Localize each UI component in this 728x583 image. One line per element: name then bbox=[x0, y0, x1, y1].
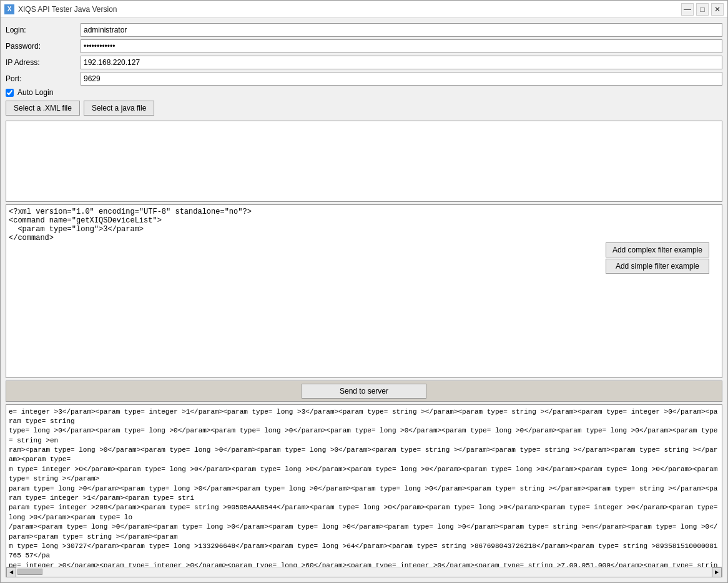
minimize-button[interactable]: — bbox=[681, 3, 694, 16]
ip-label: IP Adress: bbox=[6, 58, 81, 67]
close-button[interactable]: ✕ bbox=[711, 3, 724, 16]
upper-text-content[interactable] bbox=[6, 121, 722, 201]
select-java-button[interactable]: Select a java file bbox=[84, 101, 154, 116]
password-label: Password: bbox=[6, 42, 81, 51]
filter-buttons: Add complex filter example Add simple fi… bbox=[606, 242, 709, 274]
add-complex-filter-button[interactable]: Add complex filter example bbox=[606, 242, 709, 257]
autologin-label: Auto Login bbox=[17, 88, 53, 97]
title-bar-left: X XIQS API Tester Java Version bbox=[4, 4, 117, 14]
xml-section: <?xml version="1.0" encoding="UTF-8" sta… bbox=[6, 204, 722, 378]
password-row: Password: bbox=[6, 39, 722, 53]
send-button[interactable]: Send to server bbox=[302, 384, 426, 399]
port-label: Port: bbox=[6, 74, 81, 83]
horizontal-scrollbar[interactable]: ◀ ▶ bbox=[6, 567, 722, 577]
login-input[interactable] bbox=[81, 23, 722, 37]
main-content: Login: Password: IP Adress: Port: Auto L… bbox=[1, 18, 727, 582]
maximize-button[interactable]: □ bbox=[696, 3, 709, 16]
window-title: XIQS API Tester Java Version bbox=[18, 5, 117, 14]
title-bar: X XIQS API Tester Java Version — □ ✕ bbox=[1, 1, 727, 18]
port-input[interactable] bbox=[81, 72, 722, 86]
scrollbar-track bbox=[16, 569, 712, 576]
app-icon: X bbox=[4, 4, 14, 14]
scrollbar-thumb[interactable] bbox=[17, 569, 42, 575]
xml-content[interactable]: <?xml version="1.0" encoding="UTF-8" sta… bbox=[6, 205, 722, 377]
form-section: Login: Password: IP Adress: Port: Auto L… bbox=[6, 23, 722, 118]
main-window: X XIQS API Tester Java Version — □ ✕ Log… bbox=[0, 0, 728, 583]
window-controls: — □ ✕ bbox=[681, 3, 724, 16]
login-row: Login: bbox=[6, 23, 722, 37]
autologin-checkbox[interactable] bbox=[6, 89, 14, 97]
scroll-left-arrow[interactable]: ◀ bbox=[6, 567, 16, 577]
ip-input[interactable] bbox=[81, 56, 722, 69]
add-simple-filter-button[interactable]: Add simple filter example bbox=[606, 259, 709, 274]
autologin-row: Auto Login bbox=[6, 88, 722, 97]
output-content: e= integer >3</param><param type= intege… bbox=[6, 405, 722, 567]
select-xml-button[interactable]: Select a .XML file bbox=[6, 101, 80, 116]
send-button-bar: Send to server bbox=[6, 381, 722, 402]
upper-text-area bbox=[6, 121, 722, 202]
ip-row: IP Adress: bbox=[6, 56, 722, 69]
port-row: Port: bbox=[6, 72, 722, 86]
file-buttons-row: Select a .XML file Select a java file bbox=[6, 101, 722, 116]
output-section: e= integer >3</param><param type= intege… bbox=[6, 404, 722, 578]
scroll-right-arrow[interactable]: ▶ bbox=[712, 567, 722, 577]
password-input[interactable] bbox=[81, 39, 722, 53]
login-label: Login: bbox=[6, 26, 81, 34]
